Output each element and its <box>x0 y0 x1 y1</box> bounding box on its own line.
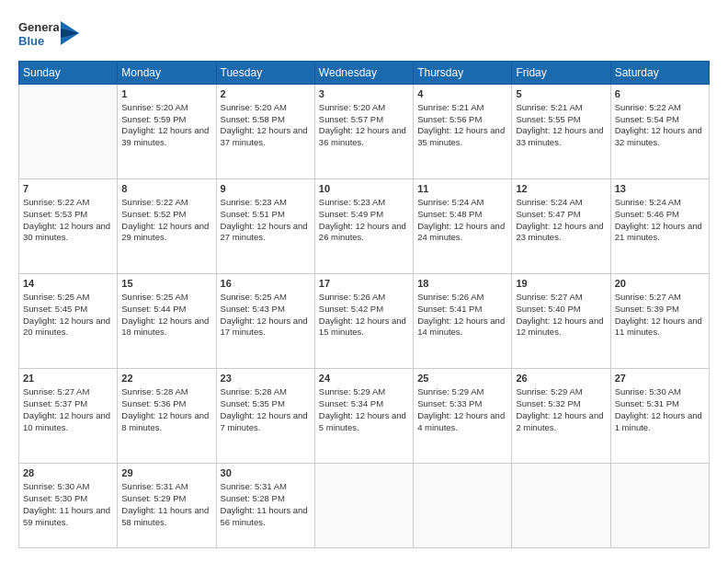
daylight-label: Daylight: 12 hours and 30 minutes. <box>23 221 110 243</box>
sunrise-label: Sunrise: 5:28 AM <box>121 386 188 396</box>
day-number: 1 <box>121 87 211 101</box>
sunrise-label: Sunrise: 5:27 AM <box>615 292 681 302</box>
day-number: 20 <box>615 277 705 291</box>
weekday-header-friday: Friday <box>512 62 610 85</box>
day-number: 14 <box>23 277 113 291</box>
weekday-header-monday: Monday <box>118 62 216 85</box>
sunset-label: Sunset: 5:48 PM <box>417 209 482 219</box>
calendar-cell-w0-d4: 4 Sunrise: 5:21 AM Sunset: 5:56 PM Dayli… <box>414 85 512 179</box>
sunset-label: Sunset: 5:47 PM <box>516 209 580 219</box>
daylight-label: Daylight: 12 hours and 23 minutes. <box>516 221 603 243</box>
sunset-label: Sunset: 5:58 PM <box>221 114 285 124</box>
calendar-cell-w2-d6: 20 Sunrise: 5:27 AM Sunset: 5:39 PM Dayl… <box>610 274 709 369</box>
daylight-label: Daylight: 12 hours and 39 minutes. <box>121 125 209 147</box>
sunrise-label: Sunrise: 5:26 AM <box>319 292 385 302</box>
day-number: 23 <box>221 372 311 385</box>
sunset-label: Sunset: 5:54 PM <box>615 114 679 124</box>
sunrise-label: Sunrise: 5:29 AM <box>516 386 582 396</box>
daylight-label: Daylight: 12 hours and 29 minutes. <box>121 221 209 243</box>
calendar-cell-w2-d5: 19 Sunrise: 5:27 AM Sunset: 5:40 PM Dayl… <box>512 274 610 369</box>
sunset-label: Sunset: 5:39 PM <box>615 304 679 314</box>
sunset-label: Sunset: 5:29 PM <box>121 493 186 503</box>
calendar-cell-w0-d0 <box>19 85 118 179</box>
daylight-label: Daylight: 12 hours and 5 minutes. <box>319 410 406 432</box>
calendar-cell-w3-d2: 23 Sunrise: 5:28 AM Sunset: 5:35 PM Dayl… <box>216 369 314 464</box>
day-number: 16 <box>221 277 311 291</box>
sunrise-label: Sunrise: 5:27 AM <box>516 292 582 302</box>
sunset-label: Sunset: 5:41 PM <box>417 304 482 314</box>
sunset-label: Sunset: 5:42 PM <box>319 304 383 314</box>
day-number: 19 <box>516 277 606 291</box>
weekday-header-wednesday: Wednesday <box>314 62 413 85</box>
sunset-label: Sunset: 5:30 PM <box>23 493 87 503</box>
calendar-cell-w1-d1: 8 Sunrise: 5:22 AM Sunset: 5:52 PM Dayli… <box>118 179 216 274</box>
calendar-cell-w0-d3: 3 Sunrise: 5:20 AM Sunset: 5:57 PM Dayli… <box>314 85 413 179</box>
daylight-label: Daylight: 12 hours and 18 minutes. <box>121 316 209 338</box>
sunset-label: Sunset: 5:45 PM <box>23 304 87 314</box>
sunrise-label: Sunrise: 5:28 AM <box>221 386 287 396</box>
sunrise-label: Sunrise: 5:25 AM <box>221 292 287 302</box>
daylight-label: Daylight: 12 hours and 1 minute. <box>615 410 702 432</box>
day-number: 5 <box>516 87 606 101</box>
calendar-cell-w4-d5 <box>512 464 610 548</box>
sunrise-label: Sunrise: 5:27 AM <box>23 386 89 396</box>
day-number: 4 <box>417 87 507 101</box>
day-number: 17 <box>319 277 409 291</box>
sunrise-label: Sunrise: 5:24 AM <box>417 197 483 207</box>
daylight-label: Daylight: 12 hours and 12 minutes. <box>516 316 603 338</box>
sunrise-label: Sunrise: 5:29 AM <box>417 386 483 396</box>
sunset-label: Sunset: 5:52 PM <box>121 209 186 219</box>
weekday-header-saturday: Saturday <box>610 62 709 85</box>
sunrise-label: Sunrise: 5:31 AM <box>121 481 188 491</box>
day-number: 2 <box>221 87 311 101</box>
daylight-label: Daylight: 11 hours and 58 minutes. <box>121 505 209 527</box>
sunset-label: Sunset: 5:28 PM <box>221 493 285 503</box>
calendar-cell-w2-d4: 18 Sunrise: 5:26 AM Sunset: 5:41 PM Dayl… <box>414 274 512 369</box>
sunrise-label: Sunrise: 5:20 AM <box>121 102 188 112</box>
sunrise-label: Sunrise: 5:22 AM <box>23 197 89 207</box>
daylight-label: Daylight: 12 hours and 21 minutes. <box>615 221 702 243</box>
daylight-label: Daylight: 12 hours and 32 minutes. <box>615 125 702 147</box>
day-number: 6 <box>615 87 705 101</box>
sunrise-label: Sunrise: 5:23 AM <box>221 197 287 207</box>
day-number: 30 <box>221 466 311 480</box>
calendar-cell-w4-d2: 30 Sunrise: 5:31 AM Sunset: 5:28 PM Dayl… <box>216 464 314 548</box>
sunrise-label: Sunrise: 5:22 AM <box>615 102 681 112</box>
calendar-cell-w0-d6: 6 Sunrise: 5:22 AM Sunset: 5:54 PM Dayli… <box>610 85 709 179</box>
calendar-cell-w2-d1: 15 Sunrise: 5:25 AM Sunset: 5:44 PM Dayl… <box>118 274 216 369</box>
day-number: 21 <box>23 372 113 385</box>
day-number: 10 <box>319 182 409 196</box>
calendar-cell-w1-d5: 12 Sunrise: 5:24 AM Sunset: 5:47 PM Dayl… <box>512 179 610 274</box>
day-number: 13 <box>615 182 705 196</box>
sunset-label: Sunset: 5:57 PM <box>319 114 383 124</box>
day-number: 15 <box>121 277 211 291</box>
sunset-label: Sunset: 5:46 PM <box>615 209 679 219</box>
sunset-label: Sunset: 5:40 PM <box>516 304 580 314</box>
sunset-label: Sunset: 5:55 PM <box>516 114 580 124</box>
weekday-header-thursday: Thursday <box>414 62 512 85</box>
daylight-label: Daylight: 12 hours and 36 minutes. <box>319 125 406 147</box>
calendar-cell-w1-d4: 11 Sunrise: 5:24 AM Sunset: 5:48 PM Dayl… <box>414 179 512 274</box>
sunrise-label: Sunrise: 5:25 AM <box>23 292 89 302</box>
calendar-cell-w3-d6: 27 Sunrise: 5:30 AM Sunset: 5:31 PM Dayl… <box>610 369 709 464</box>
day-number: 24 <box>319 372 409 385</box>
sunrise-label: Sunrise: 5:20 AM <box>319 102 385 112</box>
weekday-header-tuesday: Tuesday <box>216 62 314 85</box>
daylight-label: Daylight: 11 hours and 56 minutes. <box>221 505 308 527</box>
sunrise-label: Sunrise: 5:30 AM <box>615 386 681 396</box>
calendar-cell-w2-d2: 16 Sunrise: 5:25 AM Sunset: 5:43 PM Dayl… <box>216 274 314 369</box>
calendar-cell-w0-d1: 1 Sunrise: 5:20 AM Sunset: 5:59 PM Dayli… <box>118 85 216 179</box>
day-number: 8 <box>121 182 211 196</box>
calendar-cell-w4-d3 <box>314 464 413 548</box>
sunset-label: Sunset: 5:31 PM <box>615 398 679 408</box>
sunrise-label: Sunrise: 5:21 AM <box>417 102 483 112</box>
day-number: 9 <box>221 182 311 196</box>
sunset-label: Sunset: 5:44 PM <box>121 304 186 314</box>
calendar-cell-w3-d0: 21 Sunrise: 5:27 AM Sunset: 5:37 PM Dayl… <box>19 369 118 464</box>
sunrise-label: Sunrise: 5:24 AM <box>615 197 681 207</box>
sunset-label: Sunset: 5:59 PM <box>121 114 186 124</box>
sunrise-label: Sunrise: 5:26 AM <box>417 292 483 302</box>
daylight-label: Daylight: 12 hours and 33 minutes. <box>516 125 603 147</box>
calendar-cell-w3-d3: 24 Sunrise: 5:29 AM Sunset: 5:34 PM Dayl… <box>314 369 413 464</box>
sunset-label: Sunset: 5:49 PM <box>319 209 383 219</box>
